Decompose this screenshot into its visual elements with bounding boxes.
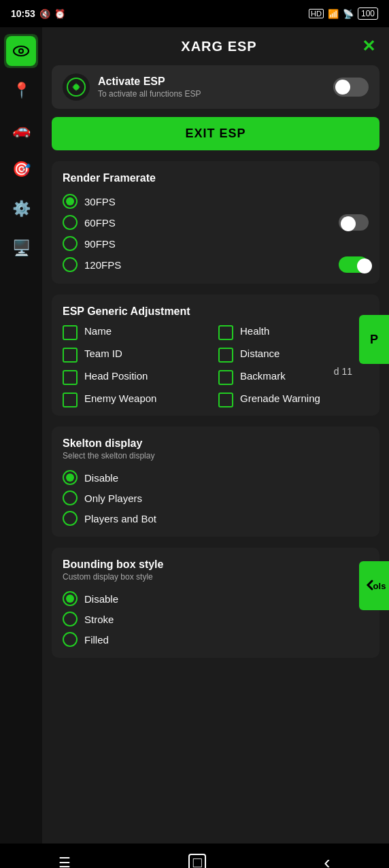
fps-radio-90[interactable] (63, 236, 78, 251)
fps-row-120: 120FPS (63, 254, 369, 276)
exit-esp-button[interactable]: EXIT ESP (52, 117, 379, 150)
fps-radio-60[interactable] (63, 215, 78, 230)
checkbox-name[interactable]: Name (63, 324, 213, 340)
cpu-icon: 🖥️ (12, 239, 31, 257)
checkbox-health-label: Health (240, 324, 269, 338)
right-edge-tools-button[interactable]: ols (359, 561, 389, 610)
fps-label-90: 90FPS (84, 238, 116, 250)
esp-checkbox-grid: Name Health Team ID Distan (63, 324, 369, 407)
checkbox-grenadewarning-label: Grenade Warning (240, 392, 320, 405)
checkbox-backmark-label: Backmark (240, 369, 286, 383)
bbox-section: Bounding box style Custom display box st… (52, 548, 379, 658)
fps-120-toggle[interactable] (339, 256, 369, 273)
checkbox-headposition-box[interactable] (63, 370, 78, 385)
activate-title: Activate ESP (98, 76, 325, 88)
right-edge-p-label: P (370, 333, 378, 347)
activate-icon (63, 73, 90, 101)
app-container: 📍 🚗 🎯 ⚙️ 🖥️ XARG ESP ✕ (0, 27, 389, 844)
bottom-home-button[interactable]: □ (188, 854, 206, 868)
skelton-onlyplayers-row: Only Players (63, 488, 369, 508)
badge-11: d 11 (334, 365, 352, 378)
bbox-radio-stroke[interactable] (63, 612, 78, 627)
svg-point-4 (73, 84, 79, 90)
checkbox-enemyweapon[interactable]: Enemy Weapon (63, 392, 213, 407)
checkbox-headposition-label: Head Position (84, 369, 148, 383)
checkbox-grenadewarning-box[interactable] (218, 393, 233, 407)
checkbox-enemyweapon-label: Enemy Weapon (84, 392, 156, 405)
bottom-menu-button[interactable]: ☰ (58, 854, 71, 868)
skelton-disable-row: Disable (63, 467, 369, 488)
checkbox-headposition[interactable]: Head Position (63, 369, 213, 385)
skelton-radio-disable[interactable] (63, 470, 78, 485)
status-left: 10:53 🔇 ⏰ (11, 8, 65, 19)
sidebar: 📍 🚗 🎯 ⚙️ 🖥️ (0, 27, 42, 844)
alarm-icon: ⏰ (54, 9, 65, 19)
hd-badge: HD (309, 9, 324, 18)
sidebar-item-car[interactable]: 🚗 (4, 113, 38, 147)
fps-row-90: 90FPS (63, 233, 369, 254)
wifi-icon: 📡 (343, 9, 354, 19)
main-panel: XARG ESP ✕ Activate ESP To activate all … (42, 27, 389, 844)
car-icon: 🚗 (12, 121, 31, 139)
fps-label-30: 30FPS (84, 196, 116, 207)
bbox-radio-filled[interactable] (63, 632, 78, 647)
bottom-back-button[interactable]: ‹ (324, 852, 330, 868)
bbox-stroke-row: Stroke (63, 609, 369, 629)
right-edge-p-button[interactable]: P (359, 315, 389, 364)
skelton-radio-onlyplayers[interactable] (63, 490, 78, 505)
checkbox-teamid[interactable]: Team ID (63, 347, 213, 363)
sidebar-item-eye[interactable] (4, 34, 38, 68)
fps-label-120: 120FPS (84, 259, 121, 271)
fps-section-title: Render Framerate (63, 172, 369, 184)
fps-radio-120[interactable] (63, 257, 78, 272)
sidebar-item-cpu[interactable]: 🖥️ (4, 231, 38, 265)
skelton-playersandbot-row: Players and Bot (63, 508, 369, 529)
activate-text: Activate ESP To activate all functions E… (98, 76, 325, 99)
checkbox-backmark-box[interactable] (218, 370, 233, 385)
target-icon: 🎯 (12, 161, 31, 178)
skelton-section: Skelton display Select the skelton displ… (52, 427, 379, 537)
checkbox-distance-box[interactable] (218, 348, 233, 363)
svg-point-2 (20, 50, 22, 52)
activate-card: Activate ESP To activate all functions E… (52, 65, 379, 109)
sidebar-item-target[interactable]: 🎯 (4, 152, 38, 186)
skelton-label-disable: Disable (84, 472, 118, 484)
checkbox-teamid-label: Team ID (84, 347, 122, 361)
checkbox-enemyweapon-box[interactable] (63, 393, 78, 407)
signal-icon: 📶 (328, 9, 339, 19)
checkbox-distance-label: Distance (240, 347, 280, 361)
bbox-radio-disable[interactable] (63, 591, 78, 606)
checkbox-name-box[interactable] (63, 325, 78, 340)
bbox-label-disable: Disable (84, 593, 118, 605)
checkbox-health-box[interactable] (218, 325, 233, 340)
checkbox-grenadewarning[interactable]: Grenade Warning (218, 392, 369, 407)
status-bar: 10:53 🔇 ⏰ HD 📶 📡 100 (0, 0, 389, 27)
sidebar-item-location[interactable]: 📍 (4, 73, 38, 107)
bottom-nav: ☰ □ ‹ (0, 844, 389, 868)
time-display: 10:53 (11, 8, 35, 19)
close-button[interactable]: ✕ (362, 37, 375, 56)
checkbox-name-label: Name (84, 324, 112, 338)
skelton-radio-playersandbot[interactable] (63, 511, 78, 526)
fps-label-60: 60FPS (84, 217, 116, 229)
fps-radio-30[interactable] (63, 194, 78, 209)
bbox-filled-row: Filled (63, 629, 369, 650)
fps-60-toggle[interactable] (339, 214, 369, 231)
location-icon: 📍 (12, 82, 31, 99)
bbox-disable-row: Disable (63, 588, 369, 609)
skelton-label-playersandbot: Players and Bot (84, 513, 156, 524)
panel-title: XARG ESP (181, 39, 256, 54)
esp-section-title: ESP Generic Adjustment (63, 305, 369, 318)
settings-icon: ⚙️ (12, 200, 31, 218)
activate-subtitle: To activate all functions ESP (98, 89, 325, 99)
eye-icon (6, 36, 36, 66)
battery-display: 100 (358, 7, 378, 20)
bbox-label-filled: Filled (84, 634, 109, 646)
activate-esp-toggle[interactable] (333, 78, 369, 97)
sidebar-item-settings[interactable]: ⚙️ (4, 192, 38, 226)
skelton-section-subtitle: Select the skelton display (63, 451, 369, 461)
checkbox-health[interactable]: Health (218, 324, 369, 340)
checkbox-teamid-box[interactable] (63, 348, 78, 363)
checkbox-distance[interactable]: Distance (218, 347, 369, 363)
panel-content: Activate ESP To activate all functions E… (42, 65, 389, 844)
